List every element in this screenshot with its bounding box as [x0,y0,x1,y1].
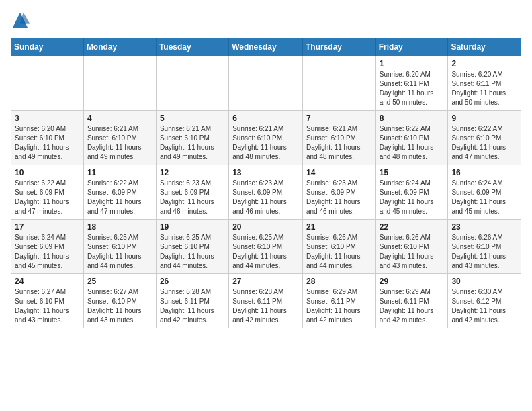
logo [11,11,32,30]
day-info: Sunrise: 6:21 AM Sunset: 6:10 PM Dayligh… [232,124,299,162]
calendar: SundayMondayTuesdayWednesdayThursdayFrid… [11,38,521,328]
calendar-day-header: Saturday [448,38,521,56]
day-number: 23 [451,222,517,232]
calendar-cell: 12Sunrise: 6:23 AM Sunset: 6:09 PM Dayli… [156,165,228,220]
day-number: 5 [160,113,225,123]
day-number: 22 [380,222,445,232]
calendar-cell: 25Sunrise: 6:27 AM Sunset: 6:10 PM Dayli… [83,274,156,328]
calendar-day-header: Monday [83,38,156,56]
calendar-cell [11,56,84,111]
calendar-cell: 23Sunrise: 6:26 AM Sunset: 6:10 PM Dayli… [448,220,521,274]
calendar-week-row: 17Sunrise: 6:24 AM Sunset: 6:09 PM Dayli… [11,220,521,274]
day-info: Sunrise: 6:29 AM Sunset: 6:11 PM Dayligh… [306,287,372,325]
day-number: 10 [15,168,80,177]
calendar-cell: 30Sunrise: 6:30 AM Sunset: 6:12 PM Dayli… [448,274,521,328]
day-info: Sunrise: 6:27 AM Sunset: 6:10 PM Dayligh… [87,287,152,325]
calendar-day-header: Wednesday [229,38,303,56]
day-info: Sunrise: 6:20 AM Sunset: 6:11 PM Dayligh… [380,70,445,107]
day-info: Sunrise: 6:28 AM Sunset: 6:11 PM Dayligh… [160,287,225,325]
day-number: 11 [87,168,152,177]
calendar-cell: 5Sunrise: 6:21 AM Sunset: 6:10 PM Daylig… [156,111,228,165]
day-number: 3 [15,113,80,123]
day-info: Sunrise: 6:24 AM Sunset: 6:09 PM Dayligh… [451,179,517,216]
day-number: 12 [160,168,225,177]
calendar-day-header: Thursday [302,38,375,56]
day-info: Sunrise: 6:25 AM Sunset: 6:10 PM Dayligh… [87,233,152,271]
day-info: Sunrise: 6:22 AM Sunset: 6:09 PM Dayligh… [87,179,152,216]
day-number: 19 [160,222,225,232]
day-number: 27 [232,277,299,286]
day-info: Sunrise: 6:20 AM Sunset: 6:10 PM Dayligh… [15,124,80,162]
day-number: 1 [380,59,445,68]
day-info: Sunrise: 6:23 AM Sunset: 6:09 PM Dayligh… [232,179,299,216]
day-number: 9 [451,113,517,123]
day-number: 18 [87,222,152,232]
calendar-cell: 11Sunrise: 6:22 AM Sunset: 6:09 PM Dayli… [83,165,156,220]
day-info: Sunrise: 6:24 AM Sunset: 6:09 PM Dayligh… [380,179,445,216]
calendar-cell: 6Sunrise: 6:21 AM Sunset: 6:10 PM Daylig… [229,111,303,165]
calendar-cell: 17Sunrise: 6:24 AM Sunset: 6:09 PM Dayli… [11,220,84,274]
day-number: 29 [380,277,445,286]
calendar-cell: 24Sunrise: 6:27 AM Sunset: 6:10 PM Dayli… [11,274,84,328]
day-info: Sunrise: 6:23 AM Sunset: 6:09 PM Dayligh… [160,179,225,216]
calendar-cell: 10Sunrise: 6:22 AM Sunset: 6:09 PM Dayli… [11,165,84,220]
calendar-cell [229,56,303,111]
calendar-day-header: Friday [375,38,448,56]
day-number: 6 [232,113,299,123]
calendar-cell: 14Sunrise: 6:23 AM Sunset: 6:09 PM Dayli… [302,165,375,220]
day-info: Sunrise: 6:28 AM Sunset: 6:11 PM Dayligh… [232,287,299,325]
day-info: Sunrise: 6:29 AM Sunset: 6:11 PM Dayligh… [380,287,445,325]
calendar-header-row: SundayMondayTuesdayWednesdayThursdayFrid… [11,38,521,56]
calendar-cell [302,56,375,111]
calendar-cell: 16Sunrise: 6:24 AM Sunset: 6:09 PM Dayli… [448,165,521,220]
calendar-week-row: 1Sunrise: 6:20 AM Sunset: 6:11 PM Daylig… [11,56,521,111]
day-info: Sunrise: 6:30 AM Sunset: 6:12 PM Dayligh… [451,287,517,325]
day-info: Sunrise: 6:24 AM Sunset: 6:09 PM Dayligh… [15,233,80,271]
calendar-cell: 28Sunrise: 6:29 AM Sunset: 6:11 PM Dayli… [302,274,375,328]
day-info: Sunrise: 6:22 AM Sunset: 6:10 PM Dayligh… [380,124,445,162]
calendar-cell: 22Sunrise: 6:26 AM Sunset: 6:10 PM Dayli… [375,220,448,274]
calendar-day-header: Sunday [11,38,84,56]
calendar-week-row: 10Sunrise: 6:22 AM Sunset: 6:09 PM Dayli… [11,165,521,220]
calendar-cell [156,56,228,111]
day-number: 28 [306,277,372,286]
day-number: 30 [451,277,517,286]
calendar-week-row: 24Sunrise: 6:27 AM Sunset: 6:10 PM Dayli… [11,274,521,328]
calendar-cell: 18Sunrise: 6:25 AM Sunset: 6:10 PM Dayli… [83,220,156,274]
calendar-cell: 15Sunrise: 6:24 AM Sunset: 6:09 PM Dayli… [375,165,448,220]
day-number: 7 [306,113,372,123]
calendar-cell: 9Sunrise: 6:22 AM Sunset: 6:10 PM Daylig… [448,111,521,165]
calendar-cell: 3Sunrise: 6:20 AM Sunset: 6:10 PM Daylig… [11,111,84,165]
day-info: Sunrise: 6:26 AM Sunset: 6:10 PM Dayligh… [380,233,445,271]
calendar-cell [83,56,156,111]
day-info: Sunrise: 6:26 AM Sunset: 6:10 PM Dayligh… [306,233,372,271]
calendar-cell: 1Sunrise: 6:20 AM Sunset: 6:11 PM Daylig… [375,56,448,111]
day-number: 26 [160,277,225,286]
calendar-day-header: Tuesday [156,38,228,56]
day-info: Sunrise: 6:22 AM Sunset: 6:10 PM Dayligh… [451,124,517,162]
day-number: 14 [306,168,372,177]
day-number: 20 [232,222,299,232]
calendar-cell: 19Sunrise: 6:25 AM Sunset: 6:10 PM Dayli… [156,220,228,274]
calendar-cell: 27Sunrise: 6:28 AM Sunset: 6:11 PM Dayli… [229,274,303,328]
day-info: Sunrise: 6:22 AM Sunset: 6:09 PM Dayligh… [15,179,80,216]
day-info: Sunrise: 6:21 AM Sunset: 6:10 PM Dayligh… [160,124,225,162]
day-number: 25 [87,277,152,286]
calendar-cell: 4Sunrise: 6:21 AM Sunset: 6:10 PM Daylig… [83,111,156,165]
day-info: Sunrise: 6:25 AM Sunset: 6:10 PM Dayligh… [232,233,299,271]
calendar-cell: 26Sunrise: 6:28 AM Sunset: 6:11 PM Dayli… [156,274,228,328]
day-info: Sunrise: 6:23 AM Sunset: 6:09 PM Dayligh… [306,179,372,216]
calendar-cell: 8Sunrise: 6:22 AM Sunset: 6:10 PM Daylig… [375,111,448,165]
day-number: 21 [306,222,372,232]
day-number: 2 [451,59,517,68]
day-number: 4 [87,113,152,123]
calendar-cell: 20Sunrise: 6:25 AM Sunset: 6:10 PM Dayli… [229,220,303,274]
calendar-week-row: 3Sunrise: 6:20 AM Sunset: 6:10 PM Daylig… [11,111,521,165]
calendar-body: 1Sunrise: 6:20 AM Sunset: 6:11 PM Daylig… [11,56,521,328]
day-number: 13 [232,168,299,177]
calendar-cell: 13Sunrise: 6:23 AM Sunset: 6:09 PM Dayli… [229,165,303,220]
calendar-cell: 2Sunrise: 6:20 AM Sunset: 6:11 PM Daylig… [448,56,521,111]
day-number: 8 [380,113,445,123]
calendar-cell: 29Sunrise: 6:29 AM Sunset: 6:11 PM Dayli… [375,274,448,328]
day-info: Sunrise: 6:25 AM Sunset: 6:10 PM Dayligh… [160,233,225,271]
